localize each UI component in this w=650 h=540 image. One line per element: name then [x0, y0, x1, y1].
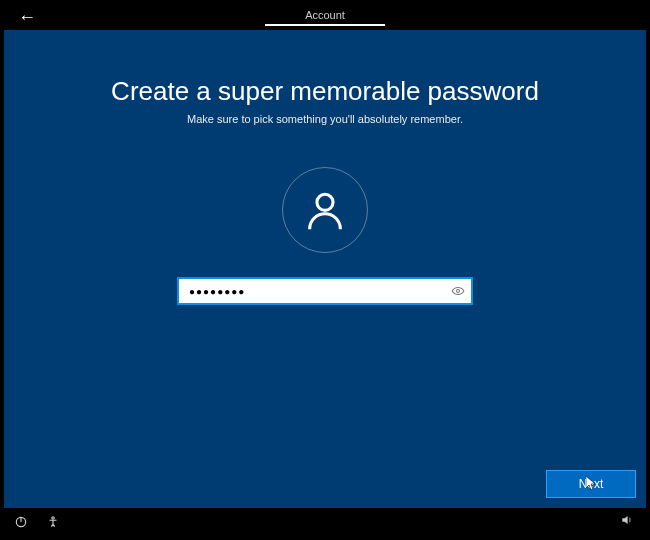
setup-panel: Create a super memorable password Make s… — [4, 30, 646, 508]
svg-point-0 — [317, 194, 333, 210]
next-button[interactable]: Next — [546, 470, 636, 498]
page-title: Create a super memorable password — [111, 76, 539, 107]
tab-account[interactable]: Account — [265, 9, 385, 26]
power-icon[interactable] — [14, 515, 28, 529]
user-avatar — [282, 167, 368, 253]
page-subtitle: Make sure to pick something you'll absol… — [187, 113, 463, 125]
person-icon — [302, 187, 348, 233]
svg-point-1 — [457, 290, 460, 293]
svg-point-4 — [52, 517, 54, 519]
volume-icon[interactable] — [620, 513, 634, 531]
next-button-label: Next — [579, 477, 604, 491]
bottom-bar — [4, 508, 646, 536]
ease-of-access-icon[interactable] — [46, 515, 60, 529]
top-bar: ← Account — [4, 4, 646, 30]
password-value: ●●●●●●●● — [189, 286, 451, 297]
back-arrow-icon[interactable]: ← — [18, 7, 36, 28]
reveal-password-icon[interactable] — [451, 284, 465, 298]
password-input[interactable]: ●●●●●●●● — [177, 277, 473, 305]
